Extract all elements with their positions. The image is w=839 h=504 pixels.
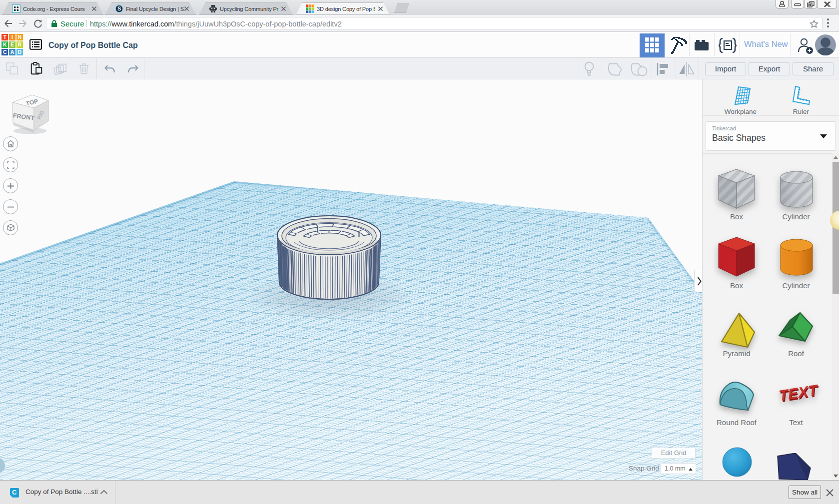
svg-text:S: S (117, 5, 121, 11)
svg-text:TEXT: TEXT (778, 381, 818, 404)
